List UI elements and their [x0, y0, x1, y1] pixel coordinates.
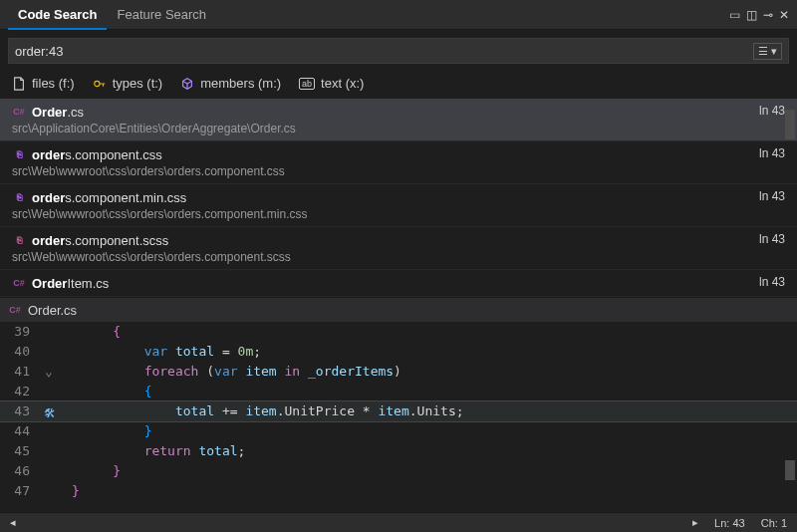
file-type-icon: ⎘ — [12, 232, 26, 248]
result-line: ln 43 — [759, 189, 785, 203]
titlebar: Code SearchFeature Search ▭ ◫ ⊸ ✕ — [0, 0, 797, 30]
result-item[interactable]: C#Order.cssrc\ApplicationCore\Entities\O… — [0, 99, 797, 141]
code-line[interactable]: 40 var total = 0m; — [0, 342, 797, 362]
status-line: Ln: 43 — [714, 517, 745, 529]
result-path: src\Web\wwwroot\css\orders\orders.compon… — [12, 250, 291, 264]
file-type-icon: ⎘ — [12, 189, 26, 205]
line-number: 41 — [0, 362, 40, 382]
line-number: 46 — [0, 461, 40, 481]
result-line: ln 43 — [759, 104, 785, 118]
tab-feature-search[interactable]: Feature Search — [107, 1, 216, 28]
fold-gutter[interactable]: ⌄ — [40, 362, 58, 382]
code-line[interactable]: 43 total += item.UnitPrice * item.Units; — [0, 401, 797, 421]
search-input[interactable] — [15, 44, 753, 59]
code-line[interactable]: 47} — [0, 481, 797, 501]
split-icon[interactable]: ◫ — [746, 8, 757, 22]
file-type-icon: ⎘ — [12, 146, 26, 162]
preview-filename: Order.cs — [28, 303, 77, 318]
layout-icon[interactable]: ▭ — [729, 8, 740, 22]
line-number: 42 — [0, 382, 40, 401]
filter-files[interactable]: files (f:) — [12, 76, 75, 91]
filter-members[interactable]: members (m:) — [180, 76, 281, 91]
result-path: src\ApplicationCore\Entities\OrderAggreg… — [12, 122, 296, 135]
result-filename: orders.component.css — [32, 147, 162, 162]
code-line[interactable]: 41⌄ foreach (var item in _orderItems) — [0, 362, 797, 382]
result-filename: OrderItem.cs — [32, 276, 109, 291]
code-line[interactable]: 42 { — [0, 382, 797, 401]
code-line[interactable]: 45 return total; — [0, 441, 797, 461]
result-filename: Order.cs — [32, 105, 84, 120]
tab-code-search[interactable]: Code Search — [8, 1, 107, 30]
line-number: 45 — [0, 441, 40, 461]
line-number: 47 — [0, 481, 40, 501]
filter-row: files (f:)types (t:)members (m:)abtext (… — [0, 72, 797, 99]
window-controls: ▭ ◫ ⊸ ✕ — [729, 8, 789, 22]
tab-strip: Code SearchFeature Search — [8, 7, 216, 22]
csharp-icon: C# — [8, 302, 22, 318]
result-line: ln 43 — [759, 232, 785, 246]
search-bar: ☰ ▾ — [8, 38, 789, 64]
line-number: 39 — [0, 322, 40, 342]
result-line: ln 43 — [759, 275, 785, 289]
result-filename: orders.component.scss — [32, 233, 168, 248]
line-number: 40 — [0, 342, 40, 362]
pin-icon[interactable]: ⊸ — [763, 8, 773, 22]
result-item[interactable]: ⎘orders.component.scsssrc\Web\wwwroot\cs… — [0, 227, 797, 270]
file-type-icon: C# — [12, 104, 26, 120]
result-item[interactable]: ⎘orders.component.min.csssrc\Web\wwwroot… — [0, 184, 797, 227]
filter-text[interactable]: abtext (x:) — [299, 76, 364, 91]
result-item[interactable]: ⎘orders.component.csssrc\Web\wwwroot\css… — [0, 141, 797, 184]
result-path: src\Web\wwwroot\css\orders\orders.compon… — [12, 207, 308, 221]
code-line[interactable]: 46 } — [0, 461, 797, 481]
result-item[interactable]: C#OrderItem.csln 43 — [0, 270, 797, 297]
filter-types[interactable]: types (t:) — [93, 76, 163, 91]
vertical-scrollbar[interactable] — [785, 110, 795, 510]
scroll-right-icon[interactable]: ▸ — [692, 516, 698, 529]
line-number: 44 — [0, 421, 40, 441]
preview-header: C# Order.cs — [0, 297, 797, 322]
scroll-left-icon[interactable]: ◂ — [10, 516, 16, 529]
code-line[interactable]: 44 } — [0, 421, 797, 441]
line-number: 43 — [0, 401, 40, 421]
status-col: Ch: 1 — [761, 517, 787, 529]
svg-point-0 — [94, 81, 99, 86]
result-line: ln 43 — [759, 146, 785, 160]
status-bar: ◂ ▸ Ln: 43 Ch: 1 — [0, 512, 797, 532]
code-preview[interactable]: 39 {40 var total = 0m;41⌄ foreach (var i… — [0, 322, 797, 501]
result-path: src\Web\wwwroot\css\orders\orders.compon… — [12, 164, 285, 178]
lightbulb-icon[interactable]: 🛠 — [44, 403, 56, 423]
search-options-dropdown[interactable]: ☰ ▾ — [753, 43, 782, 60]
file-type-icon: C# — [12, 275, 26, 291]
result-filename: orders.component.min.css — [32, 190, 186, 205]
code-line[interactable]: 39 { — [0, 322, 797, 342]
close-icon[interactable]: ✕ — [779, 8, 789, 22]
results-list: C#Order.cssrc\ApplicationCore\Entities\O… — [0, 99, 797, 297]
